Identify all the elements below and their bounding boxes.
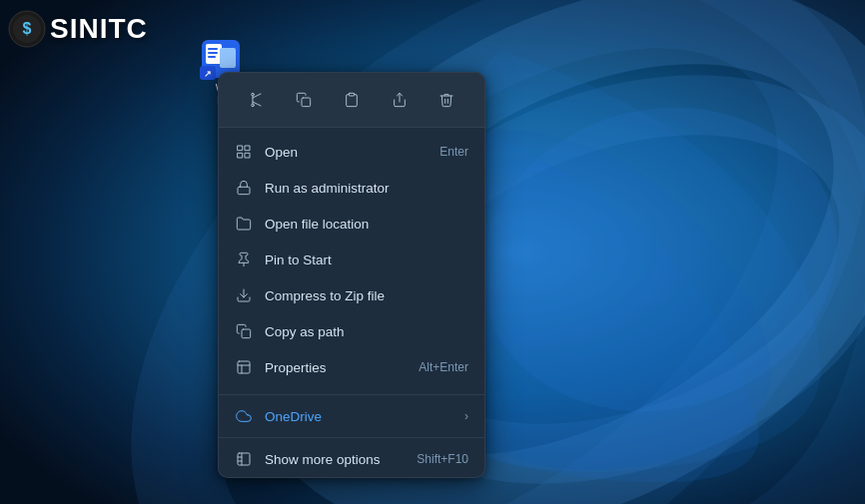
copy-as-path-icon <box>235 322 253 340</box>
logo-text: SINITC <box>50 13 148 45</box>
svg-rect-25 <box>245 146 250 151</box>
show-more-options-label: Show more options <box>265 452 405 467</box>
onedrive-icon <box>235 407 253 425</box>
run-as-admin-icon <box>235 179 253 197</box>
menu-item-properties[interactable]: Properties Alt+Enter <box>219 349 484 385</box>
svg-rect-27 <box>238 153 243 158</box>
svg-rect-35 <box>238 453 250 465</box>
svg-rect-31 <box>242 329 251 338</box>
menu-item-onedrive[interactable]: OneDrive › <box>219 398 484 434</box>
svg-rect-13 <box>208 56 216 58</box>
svg-text:↗: ↗ <box>204 69 212 79</box>
svg-rect-12 <box>208 52 218 54</box>
svg-rect-32 <box>238 361 250 373</box>
pin-to-start-label: Pin to Start <box>265 252 468 267</box>
logo-area: $ SINITC <box>8 10 148 48</box>
copy-button[interactable] <box>287 83 321 117</box>
open-file-location-icon <box>235 215 253 233</box>
share-button[interactable] <box>383 83 417 117</box>
svg-rect-22 <box>349 93 354 96</box>
context-toolbar <box>219 73 484 128</box>
svg-rect-21 <box>302 98 311 107</box>
compress-zip-label: Compress to Zip file <box>265 288 468 303</box>
menu-item-run-as-admin[interactable]: Run as administrator <box>219 170 484 206</box>
svg-rect-26 <box>245 153 250 158</box>
pin-to-start-icon <box>235 251 253 268</box>
svg-rect-10 <box>220 48 236 68</box>
delete-button[interactable] <box>430 83 463 117</box>
paste-button[interactable] <box>335 83 369 117</box>
open-file-location-label: Open file location <box>265 217 468 232</box>
show-more-options-shortcut: Shift+F10 <box>417 452 468 466</box>
properties-label: Properties <box>265 360 407 375</box>
cut-button[interactable] <box>240 83 274 117</box>
svg-rect-11 <box>208 48 218 50</box>
menu-item-compress-to-zip[interactable]: Compress to Zip file <box>219 277 484 313</box>
sinitc-logo-icon: $ <box>8 10 46 48</box>
show-more-options-icon <box>235 450 253 468</box>
properties-shortcut: Alt+Enter <box>419 360 468 374</box>
desktop: $ SINITC ↗ WD <box>0 0 865 504</box>
onedrive-arrow: › <box>464 409 468 423</box>
menu-item-pin-to-start[interactable]: Pin to Start <box>219 242 484 277</box>
menu-item-show-more-options[interactable]: Show more options Shift+F10 <box>219 441 484 477</box>
open-shortcut: Enter <box>439 145 468 159</box>
context-menu: Open Enter Run as administrator Open fil… <box>218 72 485 478</box>
menu-item-copy-as-path[interactable]: Copy as path <box>219 313 484 349</box>
svg-rect-28 <box>238 187 250 194</box>
svg-text:$: $ <box>23 20 32 37</box>
run-as-admin-label: Run as administrator <box>265 181 468 196</box>
menu-item-open[interactable]: Open Enter <box>219 134 484 170</box>
properties-icon <box>235 358 253 376</box>
open-label: Open <box>265 145 428 160</box>
svg-point-4 <box>446 69 865 451</box>
svg-rect-24 <box>238 146 243 151</box>
compress-zip-icon <box>235 286 253 304</box>
menu-divider-1 <box>219 394 484 395</box>
open-icon <box>235 143 253 161</box>
copy-as-path-label: Copy as path <box>265 324 468 339</box>
menu-divider-2 <box>219 437 484 438</box>
onedrive-label: OneDrive <box>265 409 452 424</box>
menu-item-open-file-location[interactable]: Open file location <box>219 206 484 242</box>
